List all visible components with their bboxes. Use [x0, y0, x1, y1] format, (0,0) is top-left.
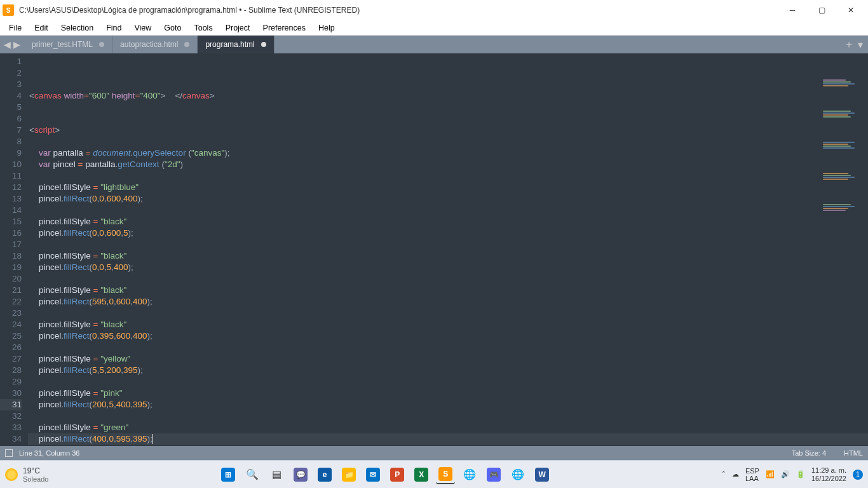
line-number: 24 [0, 319, 22, 330]
code-line[interactable]: pincel.fillStyle = "yellow" [28, 353, 868, 365]
line-number: 2 [0, 67, 22, 79]
line-number: 31 [0, 399, 22, 410]
code-line[interactable]: pincel.fillRect(0,395,600,400); [28, 330, 868, 342]
explorer-icon[interactable]: 📁 [339, 465, 358, 484]
code-line[interactable]: pincel.fillRect(400,0,595,395); [28, 433, 868, 445]
line-number: 1 [0, 56, 22, 67]
code-line[interactable] [28, 102, 868, 113]
editor-area[interactable]: 1234567891011121314151617181920212223242… [0, 53, 868, 446]
excel-icon[interactable]: X [412, 465, 431, 484]
status-position: Line 31, Column 36 [19, 449, 785, 457]
tray-lang1[interactable]: ESP [745, 467, 759, 475]
tray-clock[interactable]: 11:29 a. m. 16/12/2022 [811, 466, 846, 483]
window-title: C:\Users\ASUS\Desktop\Lógica de programa… [19, 6, 778, 15]
battery-icon[interactable]: 🔋 [796, 470, 805, 478]
chrome1-icon[interactable]: 🌐 [460, 465, 479, 484]
chat-icon[interactable]: 💬 [291, 465, 310, 484]
chrome2-icon[interactable]: 🌐 [508, 465, 527, 484]
tab-primer_test-html[interactable]: primer_test.HTML [24, 36, 112, 53]
menu-view[interactable]: View [128, 22, 158, 34]
mail-icon[interactable]: ✉ [363, 465, 383, 484]
code-line[interactable]: <canvas width="600" height="400"> </canv… [28, 90, 868, 102]
menu-help[interactable]: Help [312, 22, 341, 34]
search-icon[interactable]: 🔍 [243, 465, 262, 484]
tab-autopractica-html[interactable]: autopractica.html [112, 36, 198, 53]
status-bar: Line 31, Column 36 Tab Size: 4 HTML [0, 446, 868, 460]
code-line[interactable]: pincel.fillStyle = "green" [28, 422, 868, 433]
tab-programa-html[interactable]: programa.html [198, 36, 274, 53]
tray-overflow-icon[interactable]: ˄ [722, 470, 726, 478]
new-tab-button[interactable]: ＋ [844, 38, 854, 51]
code-line[interactable]: pincel.fillStyle = "black" [28, 216, 868, 227]
maximize-button[interactable]: ▢ [807, 0, 836, 20]
menu-edit[interactable]: Edit [28, 22, 55, 34]
weather-icon [5, 468, 18, 481]
edge-icon[interactable]: e [315, 465, 334, 484]
code-line[interactable] [28, 113, 868, 125]
code-line[interactable]: pincel.fillRect(0,0,600,400); [28, 193, 868, 205]
wifi-icon[interactable]: 📶 [766, 470, 775, 478]
tab-label: autopractica.html [120, 40, 178, 49]
code-line[interactable] [28, 239, 868, 250]
tray-lang2[interactable]: LAA [745, 475, 759, 482]
code-area[interactable]: <canvas width="600" height="400"> </canv… [28, 53, 868, 446]
status-syntax[interactable]: HTML [844, 449, 863, 457]
line-number: 4 [0, 90, 22, 102]
status-tabsize[interactable]: Tab Size: 4 [792, 449, 826, 457]
sublime-icon[interactable]: S [436, 465, 455, 484]
code-line[interactable] [28, 410, 868, 422]
system-tray: ˄ ☁ ESP LAA 📶 🔊 🔋 11:29 a. m. 16/12/2022… [722, 466, 863, 483]
line-number: 34 [0, 433, 22, 445]
tab-label: primer_test.HTML [32, 40, 93, 49]
onedrive-icon[interactable]: ☁ [732, 470, 739, 478]
code-line[interactable]: var pincel = pantalla.getContext ("2d") [28, 159, 868, 170]
code-line[interactable]: pincel.fillStyle = "pink" [28, 388, 868, 399]
menu-file[interactable]: File [3, 22, 28, 34]
code-line[interactable]: pincel.fillRect(0,0,5,400); [28, 262, 868, 273]
code-line[interactable]: pincel.fillStyle = "black" [28, 319, 868, 330]
powerpoint-icon[interactable]: P [388, 465, 407, 484]
menu-preferences[interactable]: Preferences [257, 22, 312, 34]
code-line[interactable] [28, 170, 868, 182]
code-line[interactable] [28, 273, 868, 285]
code-line[interactable] [28, 308, 868, 319]
code-line[interactable]: pincel.fillRect(200,5,400,395); [28, 399, 868, 410]
code-line[interactable] [28, 376, 868, 388]
tab-nav-next[interactable]: ▶ [13, 39, 20, 50]
code-line[interactable]: pincel.fillRect(5,5,200,395); [28, 365, 868, 376]
start-icon[interactable]: ⊞ [219, 465, 238, 484]
code-line[interactable]: pincel.fillRect(0,0,600,5); [28, 227, 868, 239]
code-line[interactable]: <script> [28, 125, 868, 136]
menu-selection[interactable]: Selection [55, 22, 100, 34]
code-line[interactable] [28, 205, 868, 216]
minimap[interactable] [821, 56, 865, 139]
code-line[interactable] [28, 445, 868, 446]
code-line[interactable] [28, 342, 868, 353]
word-icon[interactable]: W [532, 465, 552, 484]
menu-find[interactable]: Find [100, 22, 128, 34]
notifications-badge[interactable]: 1 [853, 470, 863, 480]
menu-tools[interactable]: Tools [187, 22, 219, 34]
close-button[interactable]: ✕ [836, 0, 865, 20]
code-line[interactable]: pincel.fillStyle = "black" [28, 285, 868, 296]
line-number: 7 [0, 125, 22, 136]
code-line[interactable]: pincel.fillRect(595,0,600,400); [28, 296, 868, 308]
taskview-icon[interactable]: ▤ [267, 465, 286, 484]
menu-project[interactable]: Project [219, 22, 257, 34]
dirty-indicator-icon [184, 42, 189, 47]
code-line[interactable]: var pantalla = document.querySelector ("… [28, 147, 868, 159]
discord-icon[interactable]: 🎮 [484, 465, 503, 484]
line-number: 26 [0, 342, 22, 353]
code-line[interactable]: pincel.fillStyle = "black" [28, 250, 868, 262]
tab-nav-prev[interactable]: ◀ [4, 39, 11, 50]
volume-icon[interactable]: 🔊 [781, 470, 790, 478]
tab-menu-button[interactable]: ▾ [858, 39, 863, 51]
menu-goto[interactable]: Goto [158, 22, 187, 34]
weather-widget[interactable]: 19°C Soleado [5, 466, 48, 483]
line-number: 6 [0, 113, 22, 125]
minimize-button[interactable]: ─ [778, 0, 807, 20]
line-number: 5 [0, 102, 22, 113]
code-line[interactable] [28, 136, 868, 147]
code-line[interactable]: pincel.fillStyle = "lightblue" [28, 182, 868, 193]
panel-switch-icon[interactable] [5, 449, 13, 457]
